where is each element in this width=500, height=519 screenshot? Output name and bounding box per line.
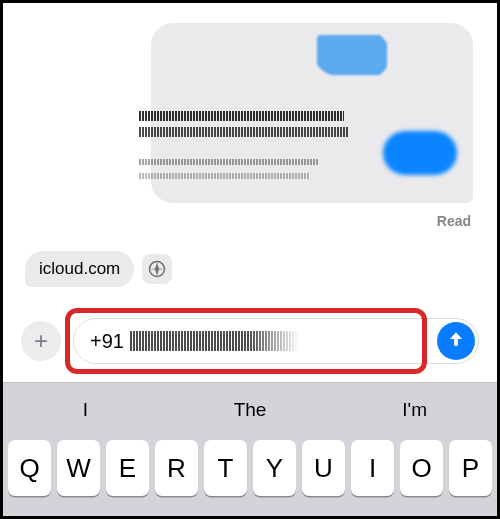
- safari-compass-icon[interactable]: [142, 254, 172, 284]
- key-q[interactable]: Q: [8, 440, 51, 496]
- message-input[interactable]: +91: [73, 318, 479, 364]
- add-attachment-button[interactable]: +: [21, 321, 61, 361]
- suggestion-2[interactable]: The: [168, 399, 333, 421]
- redacted-text: [139, 127, 349, 137]
- key-e[interactable]: E: [106, 440, 149, 496]
- key-y[interactable]: Y: [253, 440, 296, 496]
- messages-thread: Read: [3, 3, 497, 248]
- key-u[interactable]: U: [302, 440, 345, 496]
- redacted-image-top: [317, 35, 387, 75]
- message-input-text: +91: [90, 330, 124, 353]
- key-i[interactable]: I: [351, 440, 394, 496]
- keyboard: I The I'm Q W E R T Y U I O P: [3, 382, 497, 516]
- redacted-text: [139, 173, 309, 179]
- key-t[interactable]: T: [204, 440, 247, 496]
- redacted-text: [139, 159, 319, 165]
- suggestion-1[interactable]: I: [3, 399, 168, 421]
- key-w[interactable]: W: [57, 440, 100, 496]
- plus-icon: +: [34, 327, 48, 355]
- arrow-up-icon: [447, 329, 465, 353]
- key-r[interactable]: R: [155, 440, 198, 496]
- read-receipt: Read: [437, 213, 471, 229]
- keyboard-row-1: Q W E R T Y U I O P: [3, 437, 497, 499]
- redacted-text: [139, 111, 344, 121]
- redacted-image-right: [383, 131, 457, 175]
- suggestion-3[interactable]: I'm: [332, 399, 497, 421]
- link-preview-row: icloud.com: [25, 251, 172, 287]
- send-button[interactable]: [437, 322, 475, 360]
- key-o[interactable]: O: [400, 440, 443, 496]
- key-p[interactable]: P: [449, 440, 492, 496]
- link-preview-pill[interactable]: icloud.com: [25, 251, 134, 287]
- keyboard-suggestions: I The I'm: [3, 383, 497, 437]
- redacted-phone-number: [130, 331, 300, 351]
- compose-row: + +91: [21, 303, 479, 379]
